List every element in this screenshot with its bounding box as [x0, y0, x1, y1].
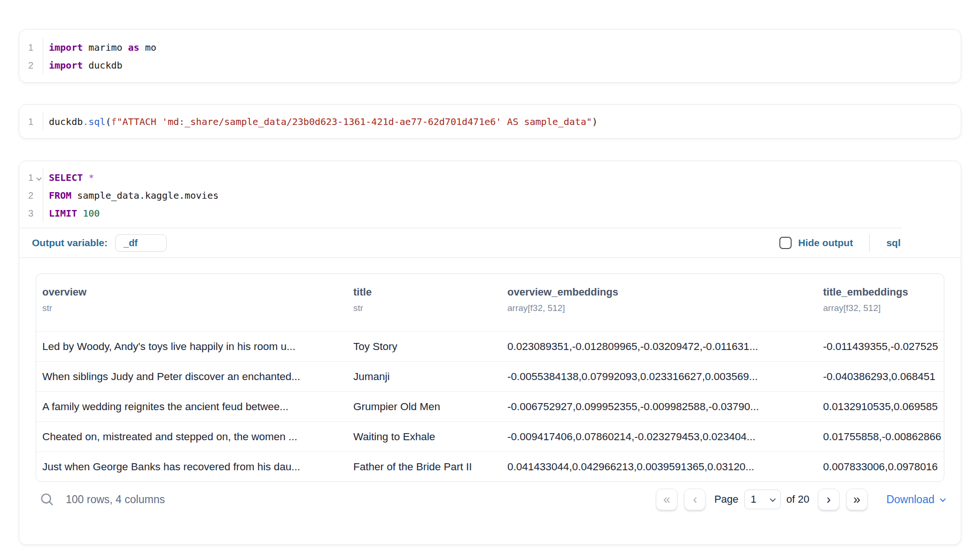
table-body: Led by Woody, Andy's toys live happily i… — [36, 331, 944, 482]
prev-page-button[interactable]: ‹ — [684, 489, 706, 510]
controls-divider — [869, 234, 870, 252]
code-token: ) — [592, 116, 598, 127]
table-cell: Led by Woody, Andy's toys live happily i… — [36, 341, 348, 353]
code-token: "ATTACH 'md:_share/sample_data/23b0d623-… — [117, 116, 592, 127]
next-page-button[interactable]: › — [818, 489, 840, 510]
line-number: 3 — [19, 204, 43, 222]
code-editor-imports[interactable]: 1import marimo as mo2import duckdb — [19, 30, 961, 83]
page-label: Page — [714, 493, 738, 506]
row-count-summary: 100 rows, 4 columns — [66, 493, 165, 506]
table-row[interactable]: When siblings Judy and Peter discover an… — [36, 361, 944, 391]
table-cell: 0.0132910535,0.069585 — [817, 401, 944, 413]
code-token: SELECT — [49, 172, 83, 183]
hide-output-label[interactable]: Hide output — [798, 237, 853, 249]
code-editor-sql[interactable]: 1SELECT *2FROM sample_data.kaggle.movies… — [19, 161, 961, 228]
table-cell: Waiting to Exhale — [348, 431, 502, 443]
code-line[interactable]: 3LIMIT 100 — [19, 204, 961, 222]
table-cell: 0.041433044,0.042966213,0.0039591365,0.0… — [502, 461, 817, 473]
cell-output: overviewstrtitlestroverview_embeddingsar… — [19, 258, 961, 510]
table-cell: 0.007833006,0.0978016 — [817, 461, 944, 473]
column-name: title_embeddings — [823, 286, 944, 298]
table-cell: Toy Story — [348, 341, 502, 353]
code-token: as — [128, 42, 140, 53]
language-toggle-sql[interactable]: sql — [887, 237, 901, 249]
code-text: import marimo as mo — [43, 39, 156, 56]
table-cell: Cheated on, mistreated and stepped on, t… — [36, 431, 348, 443]
code-text: SELECT * — [43, 169, 94, 187]
code-line[interactable]: 1SELECT * — [19, 169, 961, 187]
code-token: sql — [88, 116, 105, 127]
line-number: 1 — [19, 113, 43, 131]
code-token — [77, 208, 83, 219]
output-variable-input[interactable]: _df — [115, 234, 167, 252]
chevron-down-icon — [940, 496, 946, 502]
table-header-row: overviewstrtitlestroverview_embeddingsar… — [36, 274, 944, 331]
code-editor-attach[interactable]: 1duckdb.sql(f"ATTACH 'md:_share/sample_d… — [19, 105, 961, 139]
code-line[interactable]: 1duckdb.sql(f"ATTACH 'md:_share/sample_d… — [19, 113, 961, 131]
table-row[interactable]: A family wedding reignites the ancient f… — [36, 391, 944, 421]
column-header-title[interactable]: titlestr — [348, 274, 502, 331]
last-page-button[interactable]: » — [846, 489, 868, 510]
line-number: 2 — [19, 56, 43, 74]
table-cell: Father of the Bride Part II — [348, 461, 502, 473]
code-line[interactable]: 1import marimo as mo — [19, 39, 961, 56]
dataframe-table: overviewstrtitlestroverview_embeddingsar… — [36, 273, 944, 482]
table-cell: -0.011439355,-0.027525 — [817, 341, 944, 353]
page-total-label: of 20 — [786, 493, 809, 506]
column-dtype: array[f32, 512] — [507, 303, 817, 313]
download-label: Download — [887, 493, 934, 506]
code-text: FROM sample_data.kaggle.movies — [43, 187, 218, 204]
code-token — [83, 172, 88, 183]
table-row[interactable]: Cheated on, mistreated and stepped on, t… — [36, 421, 944, 451]
code-token: sample_data.kaggle.movies — [71, 190, 218, 201]
table-cell: 0.01755858,-0.00862866 — [817, 431, 944, 443]
sql-cell: 1SELECT *2FROM sample_data.kaggle.movies… — [19, 161, 961, 545]
chevron-down-icon[interactable] — [36, 175, 41, 180]
first-page-button[interactable]: « — [656, 489, 677, 510]
table-cell: -0.009417406,0.07860214,-0.023279453,0.0… — [502, 431, 817, 443]
table-row[interactable]: Led by Woody, Andy's toys live happily i… — [36, 331, 944, 361]
hide-output-checkbox[interactable] — [779, 237, 792, 249]
column-header-title_embeddings[interactable]: title_embeddingsarray[f32, 512] — [817, 274, 944, 331]
table-cell: -0.040386293,0.068451 — [817, 371, 944, 383]
page-select-value: 1 — [751, 493, 756, 506]
code-token: marimo — [83, 42, 128, 53]
line-number: 2 — [19, 187, 43, 204]
code-token: duckdb — [83, 60, 122, 71]
code-token: . — [83, 116, 88, 127]
code-token: 100 — [83, 208, 100, 219]
column-dtype: array[f32, 512] — [823, 303, 944, 313]
column-name: overview_embeddings — [507, 286, 817, 298]
page-select[interactable]: 1 — [744, 490, 781, 509]
column-dtype: str — [42, 303, 348, 313]
code-token: mo — [140, 42, 156, 53]
code-token: import — [49, 60, 83, 71]
output-variable-label: Output variable: — [32, 237, 108, 249]
code-token: * — [88, 172, 94, 183]
code-text: import duckdb — [43, 56, 123, 74]
table-cell: -0.006752927,0.099952355,-0.009982588,-0… — [502, 401, 817, 413]
code-line[interactable]: 2FROM sample_data.kaggle.movies — [19, 187, 961, 204]
table-cell: Jumanji — [348, 371, 502, 383]
code-line[interactable]: 2import duckdb — [19, 56, 961, 74]
line-number: 1 — [19, 169, 43, 187]
column-name: title — [353, 286, 502, 298]
chevron-down-icon — [770, 496, 776, 502]
code-cell-attach: 1duckdb.sql(f"ATTACH 'md:_share/sample_d… — [19, 104, 961, 139]
code-token: ( — [105, 116, 111, 127]
code-cell-imports: 1import marimo as mo2import duckdb — [19, 29, 961, 83]
column-header-overview_embeddings[interactable]: overview_embeddingsarray[f32, 512] — [502, 274, 817, 331]
code-text: LIMIT 100 — [43, 204, 100, 222]
table-cell: Grumpier Old Men — [348, 401, 502, 413]
table-row[interactable]: Just when George Banks has recovered fro… — [36, 451, 944, 482]
table-cell: 0.023089351,-0.012809965,-0.03209472,-0.… — [502, 341, 817, 353]
column-header-overview[interactable]: overviewstr — [36, 274, 348, 331]
search-icon[interactable] — [40, 492, 54, 506]
code-token: duckdb — [49, 116, 83, 127]
table-cell: When siblings Judy and Peter discover an… — [36, 371, 348, 383]
sql-cell-controls: Output variable: _df Hide output sql — [19, 228, 961, 258]
line-number: 1 — [19, 39, 43, 56]
table-footer: 100 rows, 4 columns « ‹ Page 1 of 20 › »… — [36, 489, 944, 510]
download-button[interactable]: Download — [887, 493, 944, 506]
column-name: overview — [42, 286, 348, 298]
